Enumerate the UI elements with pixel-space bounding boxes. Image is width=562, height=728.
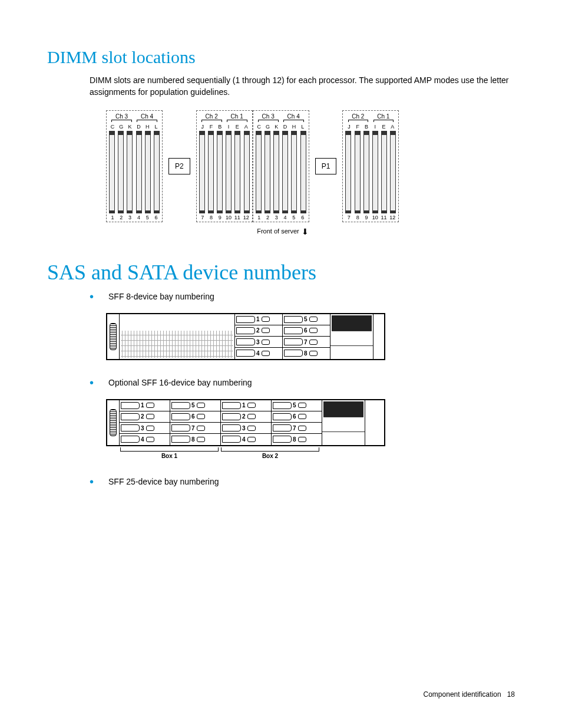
front-control-panel [330, 314, 373, 359]
dimm-bank-p2-right: Ch 2Ch 1 JFBIEA 789101112 [196, 110, 253, 222]
dimm-slot-figure: Ch 3Ch 4 CGKDHL 123456 P2 Ch 2Ch 1 JFBIE… [106, 110, 515, 236]
bay-cage-2: 5 6 7 8 [283, 314, 330, 359]
heading-sas-sata: SAS and SATA device numbers [47, 260, 515, 285]
processor-p2-label: P2 [168, 158, 190, 174]
dimm-bank-p1-right: Ch 2Ch 1 JFBIEA 789101112 [342, 110, 399, 222]
heading-dimm: DIMM slot locations [47, 47, 515, 67]
processor-p1-label: P1 [315, 158, 337, 174]
sff8-figure: 1 2 3 4 5 6 7 8 [106, 313, 515, 360]
bullet-sff8: SFF 8-device bay numbering [90, 292, 515, 301]
bay-cage-box2-b: 5 6 7 8 [272, 400, 322, 445]
box2-label: Box 2 [220, 447, 320, 459]
box1-label: Box 1 [119, 447, 220, 459]
bay-cage-1: 1 2 3 4 [235, 314, 283, 359]
blank-drive-panel [120, 314, 235, 359]
vga-port-icon [110, 409, 117, 436]
sff16-figure: 1 2 3 4 5 6 7 8 1 2 3 4 5 6 7 8 [106, 399, 515, 459]
page-footer: Component identification 18 [424, 690, 515, 699]
vga-port-icon [110, 323, 117, 350]
bay-cage-box2-a: 1 2 3 4 [221, 400, 272, 445]
front-control-panel [322, 400, 365, 445]
bullet-sff16: Optional SFF 16-device bay numbering [90, 378, 515, 387]
bullet-sff25: SFF 25-device bay numbering [90, 477, 515, 486]
down-arrow-icon: ⬇ [302, 227, 309, 236]
dimm-bank-p1-left: Ch 3Ch 4 CGKDHL 123456 [253, 110, 309, 222]
dimm-intro-text: DIMM slots are numbered sequentially (1 … [47, 74, 515, 98]
front-of-server-label: Front of server⬇ [165, 227, 401, 236]
bay-cage-box1-a: 1 2 3 4 [120, 400, 170, 445]
bay-cage-box1-b: 5 6 7 8 [170, 400, 221, 445]
dimm-bank-p2-left: Ch 3Ch 4 CGKDHL 123456 [106, 110, 163, 222]
